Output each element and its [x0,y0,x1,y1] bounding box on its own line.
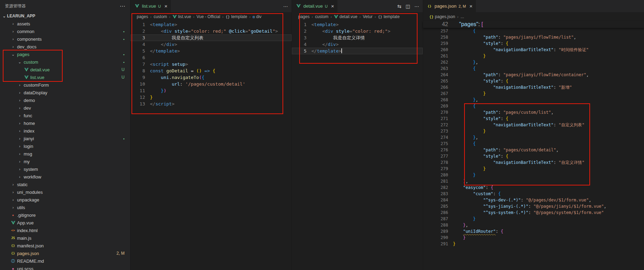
breadcrumb-item[interactable]: list.vue [173,14,191,19]
code-line[interactable]: 3 我是自定义详情 [292,34,423,41]
code-area[interactable]: 1<template>2 <div style="color: red;" @c… [130,21,292,107]
code-line[interactable]: 263 { [423,65,644,72]
code-line[interactable]: 272 "navigationBarTitleText": "自定义列表" [423,122,644,128]
code-line[interactable]: 5</template> [292,48,423,54]
line-number[interactable]: 276 [423,147,448,153]
line-number[interactable]: 262 [423,59,448,65]
breadcrumb-item[interactable]: detail.vue [334,14,357,19]
tree-item-custom[interactable]: ⌄custom● [0,58,130,66]
line-number[interactable]: 259 [423,40,448,47]
tree-item-pages.json[interactable]: {}pages.json2, M [0,249,130,257]
code-line[interactable]: 264 "path": "pages/jianyi/flowTime/conta… [423,72,644,78]
line-number[interactable]: 280 [423,172,448,178]
line-number[interactable]: 266 [423,84,448,90]
code-line[interactable]: 277 "style": { [423,153,644,159]
line-number[interactable]: 270 [423,109,448,116]
code-line[interactable]: 271 "style": { [423,116,644,122]
code-line[interactable]: 3 我是自定义列表 [130,34,292,41]
line-number[interactable]: 268 [423,97,448,103]
code-line[interactable]: 5</template> [130,48,292,54]
line-number[interactable]: 5 [292,48,307,54]
line-number[interactable]: 3 [130,34,145,41]
breadcrumb-item[interactable]: Vetur [363,14,373,19]
code-area[interactable]: 1<template>2 <div style="color: red;">3 … [292,21,423,54]
breadcrumb[interactable]: {}pages.json›... [423,12,644,21]
more-actions-icon[interactable]: ⋯ [414,3,419,9]
code-line[interactable]: 262 }, [423,59,644,65]
line-number[interactable]: 273 [423,128,448,134]
code-line[interactable]: 9 uni.navigateTo({ [130,74,292,81]
tree-item-detail.vue[interactable]: detail.vueU [0,66,130,73]
tree-item-home[interactable]: ›home [0,119,130,127]
code-line[interactable]: 4 </div> [292,41,423,48]
code-line[interactable]: 8const goDetail = () => { [130,68,292,74]
explorer-more-icon[interactable] [120,3,125,9]
code-line[interactable]: 1<template> [130,21,292,28]
code-line[interactable]: 281 ], [423,178,644,184]
line-number[interactable]: 275 [423,141,448,147]
line-number[interactable]: 264 [423,72,448,78]
code-line[interactable]: 279 } [423,166,644,172]
breadcrumb-item[interactable]: ... [461,14,464,19]
tree-item-dev[interactable]: ›dev [0,104,130,112]
line-number[interactable]: 274 [423,134,448,141]
code-line[interactable]: 276 "path": "pages/custom/detail", [423,147,644,153]
tree-item-App.vue[interactable]: App.vue [0,219,130,227]
tree-item-msg[interactable]: ›msg [0,150,130,158]
code-line[interactable]: 11 }) [130,87,292,94]
line-number[interactable]: 278 [423,159,448,166]
tree-item-workflow[interactable]: ›workflow [0,173,130,181]
line-number[interactable]: 277 [423,153,448,159]
code-line[interactable]: 268 }, [423,97,644,103]
code-line[interactable]: 260 "navigationBarTitleText": "时间组件验证" [423,47,644,53]
code-line[interactable]: 275 { [423,141,644,147]
breadcrumb-item[interactable]: pages [298,14,310,19]
tab-pages-json[interactable]: {} pages.json 2, M × [423,0,476,12]
line-number[interactable]: 4 [292,41,307,48]
line-number[interactable]: 284 [423,197,448,203]
line-number[interactable]: 2 [292,28,307,34]
code-line[interactable]: 282 "easycom": { [423,184,644,191]
breadcrumb-item[interactable]: custom [153,14,167,19]
line-number[interactable]: 260 [423,47,448,53]
tree-item-system[interactable]: ›system [0,165,130,173]
code-line[interactable]: 288 }, [423,222,644,228]
breadcrumb-item[interactable]: {}template [378,14,399,19]
line-number[interactable]: 282 [423,184,448,191]
breadcrumb[interactable]: pages›custom›list.vue›Vue - Official›{}t… [130,12,292,21]
tree-item-dev_docs[interactable]: ›dev_docs [0,43,130,50]
code-line[interactable]: 273 } [423,128,644,134]
code-line[interactable]: 259 "style": { [423,40,644,47]
line-number[interactable]: 287 [423,216,448,222]
tree-item-manifest.json[interactable]: {}manifest.json [0,242,130,249]
code-line[interactable]: 287 } [423,216,644,222]
tree-item-my[interactable]: ›my [0,158,130,165]
code-line[interactable]: 290 } [423,235,644,241]
line-number[interactable]: 9 [130,74,145,81]
code-line[interactable]: 6 [130,54,292,61]
tree-item-login[interactable]: ›login [0,142,130,150]
code-line[interactable]: 7<script setup> [130,61,292,68]
line-number[interactable]: 12 [130,94,145,101]
code-line[interactable]: 4 </div> [130,41,292,48]
tree-item-index.html[interactable]: <>index.html [0,227,130,234]
tree-item-demo[interactable]: ›demo [0,96,130,104]
line-number[interactable]: 1 [130,21,145,28]
code-line[interactable]: 269 { [423,103,644,109]
line-number[interactable]: 279 [423,166,448,172]
breadcrumb-item[interactable]: ⊡div [253,14,261,19]
code-line[interactable]: 291} [423,241,644,247]
code-line[interactable]: 265 "style": { [423,78,644,84]
line-number[interactable]: 267 [423,90,448,97]
tree-item-unpackage[interactable]: ›unpackage [0,196,130,204]
line-number[interactable]: 265 [423,78,448,84]
open-changes-icon[interactable]: ⇆ [397,3,401,9]
breadcrumb-item[interactable]: {}pages.json [429,14,455,19]
tree-item-customForm[interactable]: ›customForm [0,81,130,89]
breadcrumb-item[interactable]: pages [137,14,148,19]
tree-item-list.vue[interactable]: list.vueU [0,73,130,81]
breadcrumb[interactable]: pages›custom›detail.vue›Vetur›{}template [292,12,423,21]
code-line[interactable]: 266 "navigationBarTitleText": "新增" [423,84,644,90]
tree-item-func[interactable]: ›func [0,112,130,119]
close-icon[interactable]: × [331,3,334,9]
